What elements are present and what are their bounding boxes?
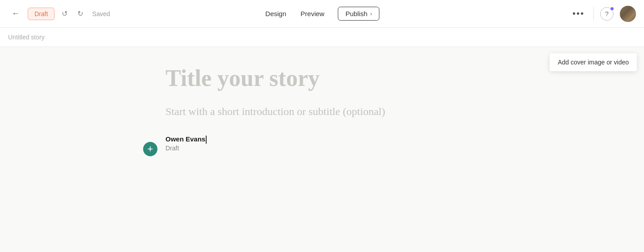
design-button[interactable]: Design [264, 8, 287, 19]
editor-area: Title your story Start with a short intr… [157, 65, 487, 152]
back-button[interactable]: ← [8, 7, 23, 20]
main-content: Add cover image or video Title your stor… [0, 47, 644, 251]
topbar-right: ••• ? [570, 6, 636, 22]
text-cursor [206, 136, 207, 144]
author-status: Draft [165, 145, 479, 152]
add-block-button[interactable]: + [143, 142, 157, 156]
saved-status: Saved [92, 10, 110, 17]
author-name: Owen Evans [165, 135, 479, 144]
publish-label: Publish [345, 10, 367, 17]
preview-button[interactable]: Preview [300, 8, 325, 19]
topbar: ← Draft ↺ ↻ Saved Design Preview Publish… [0, 0, 644, 28]
add-cover-button[interactable]: Add cover image or video [550, 53, 637, 71]
subtitle-placeholder[interactable]: Start with a short introduction or subti… [165, 104, 479, 120]
undo-button[interactable]: ↺ [59, 8, 70, 20]
topbar-center: Design Preview Publish › [264, 7, 379, 21]
topbar-left: ← Draft ↺ ↻ Saved [8, 7, 110, 20]
story-title[interactable]: Untitled story [8, 34, 45, 41]
draft-button[interactable]: Draft [28, 8, 55, 20]
avatar[interactable] [620, 6, 636, 22]
avatar-image [620, 6, 636, 22]
publish-chevron-icon: › [370, 11, 372, 17]
story-title-bar: Untitled story [0, 28, 644, 47]
publish-button[interactable]: Publish › [338, 7, 379, 21]
author-section: Owen Evans Draft + [165, 135, 479, 152]
notification-dot [610, 7, 614, 11]
more-options-button[interactable]: ••• [570, 7, 587, 21]
help-button[interactable]: ? [600, 7, 614, 21]
redo-button[interactable]: ↻ [75, 8, 86, 20]
title-placeholder[interactable]: Title your story [165, 65, 479, 92]
topbar-divider [593, 7, 594, 21]
